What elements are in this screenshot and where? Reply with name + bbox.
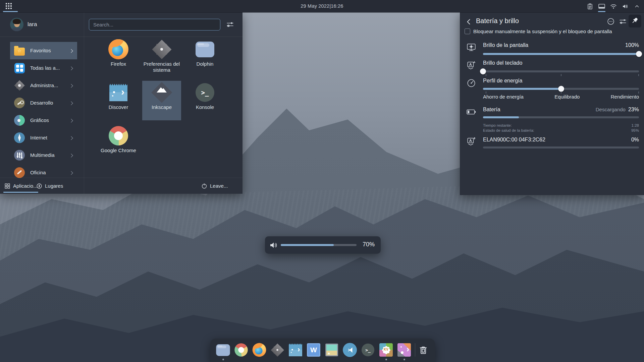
display-brightness-icon[interactable] (598, 0, 605, 12)
application-launcher-menu: lara ☆ Favoritos Todas las a... Administ… (0, 12, 243, 194)
screen-brightness-slider[interactable] (483, 53, 639, 55)
sidebar-item-favoritos[interactable]: ☆ Favoritos (10, 42, 77, 59)
power-profile-slider[interactable] (483, 88, 639, 90)
purple-arrow-app-icon: › (397, 343, 411, 357)
screen-brightness-icon (466, 43, 476, 53)
graphics-icon (13, 114, 25, 126)
sidebar-item-graficos[interactable]: Gráficos (10, 112, 77, 129)
sidebar-item-todas-las-aplicaciones[interactable]: Todas las a... (10, 59, 77, 77)
dock-item-purple-arrow-app[interactable]: › (397, 343, 412, 357)
option-ahorro[interactable]: Ahorro de energía (483, 94, 524, 100)
running-indicator (404, 359, 405, 360)
trash-icon[interactable] (419, 345, 429, 356)
checkbox[interactable] (465, 28, 470, 34)
back-button[interactable] (465, 18, 474, 27)
battery-progress-bar (483, 116, 639, 118)
dock-item-kvantum[interactable]: KV (379, 343, 393, 357)
app-tile-inkscape[interactable]: Inkscape (142, 81, 181, 120)
avatar-shirt (11, 28, 22, 31)
tab-places[interactable]: Lugares (36, 178, 63, 194)
dock-item-firefox[interactable] (252, 343, 267, 357)
app-tile-discover[interactable]: › Discover (99, 81, 138, 120)
app-tile-google-chrome[interactable]: Google Chrome (99, 124, 138, 164)
tab-applications[interactable]: Aplicacio... (4, 178, 38, 194)
dock-item-konsole[interactable]: >_ (361, 343, 375, 357)
battery-health: Estado de salud de la batería: 95% (483, 128, 639, 132)
office-icon (13, 167, 25, 178)
battery-time-remaining: Tiempo restante: 1:28 (483, 123, 639, 127)
compass-icon (36, 183, 42, 189)
administration-icon (13, 79, 25, 92)
leave-button[interactable]: Leave... (201, 178, 228, 194)
dock: › W ★ >_ KV › (210, 339, 435, 362)
slider-ticks (483, 73, 639, 76)
dock-item-writer[interactable]: W (306, 343, 321, 357)
desktop: 29 May 2022|16:26 lara (0, 0, 644, 362)
user-avatar[interactable] (10, 18, 23, 31)
battery-row: Batería Descargando23% (483, 107, 639, 113)
system-tray (586, 0, 641, 12)
pane-divider (84, 12, 84, 194)
power-profile-options: Ahorro de energía Equilibrado Rendimient… (483, 94, 639, 100)
power-profile-gauge-icon (466, 78, 476, 88)
sidebar-item-multimedia[interactable]: Multimedia (10, 146, 77, 164)
clock[interactable]: 29 May 2022|16:26 (0, 0, 644, 12)
volume-osd: 70% (265, 236, 381, 254)
running-indicator (385, 359, 387, 360)
chevron-up-icon[interactable] (633, 0, 641, 12)
search-input[interactable] (89, 19, 220, 30)
firefox-icon (253, 343, 266, 357)
configure-icon[interactable] (619, 17, 627, 25)
dock-item-dolphin[interactable] (216, 343, 230, 357)
dock-item-vscode[interactable] (342, 343, 357, 357)
inkscape-icon (152, 82, 172, 103)
status-dots-icon[interactable] (607, 17, 615, 25)
chevron-right-icon (69, 66, 73, 70)
sidebar-item-oficina[interactable]: Oficina (10, 164, 77, 178)
chevron-right-icon (69, 154, 73, 157)
configure-icon[interactable] (226, 20, 234, 28)
sidebar-item-internet[interactable]: Internet (10, 129, 77, 146)
volume-value: 70% (363, 241, 375, 248)
clipboard-icon[interactable] (586, 0, 594, 12)
manual-block-checkbox-row[interactable]: Bloquear manualmente la suspensión y el … (465, 28, 612, 34)
keyboard-brightness-slider[interactable] (483, 70, 639, 72)
pin-button[interactable] (629, 15, 641, 27)
sidebar-item-administracion[interactable]: Administra... (10, 77, 77, 94)
option-equilibrado[interactable]: Equilibrado (554, 94, 580, 100)
dock-item-discover[interactable]: › (288, 343, 303, 357)
slider-handle[interactable] (636, 51, 642, 57)
top-panel: 29 May 2022|16:26 (0, 0, 644, 12)
chevron-right-icon (69, 171, 73, 175)
app-tile-firefox[interactable]: Firefox (99, 38, 138, 77)
wifi-icon[interactable] (610, 0, 617, 12)
leave-icon (201, 183, 207, 189)
keyboard-backlight-icon (466, 136, 476, 146)
app-tile-dolphin[interactable]: Dolphin (185, 38, 224, 77)
konsole-icon: >_ (196, 83, 214, 102)
all-applications-icon (13, 62, 25, 74)
avatar-hair (13, 19, 21, 24)
volume-icon[interactable] (622, 0, 629, 12)
chrome-icon (234, 343, 248, 356)
app-tile-konsole[interactable]: >_ Konsole (185, 81, 224, 120)
option-rendimiento[interactable]: Rendimiento (611, 94, 639, 100)
user-name: lara (28, 21, 37, 28)
active-tab-indicator (3, 192, 38, 193)
dock-item-system-settings[interactable] (270, 343, 285, 357)
multimedia-icon (13, 149, 25, 161)
speaker-icon (269, 241, 278, 250)
category-list: ☆ Favoritos Todas las a... Administra...… (0, 42, 84, 178)
sidebar-item-desarrollo[interactable]: Desarrollo (10, 94, 77, 112)
battery-percent: 23% (628, 107, 639, 112)
keyboard-brightness-icon (466, 60, 476, 70)
battery-status: Descargando (596, 107, 626, 112)
volume-slider[interactable] (281, 244, 357, 246)
app-tile-preferencias-del-sistema[interactable]: Preferencias del sistema (142, 38, 181, 77)
search-box (89, 19, 220, 31)
dock-item-chrome[interactable] (234, 343, 249, 357)
favorites-folder-icon: ☆ (13, 45, 25, 57)
firefox-icon (108, 39, 128, 59)
development-icon (13, 97, 25, 109)
dock-item-gwenview[interactable]: ★ (324, 343, 339, 357)
